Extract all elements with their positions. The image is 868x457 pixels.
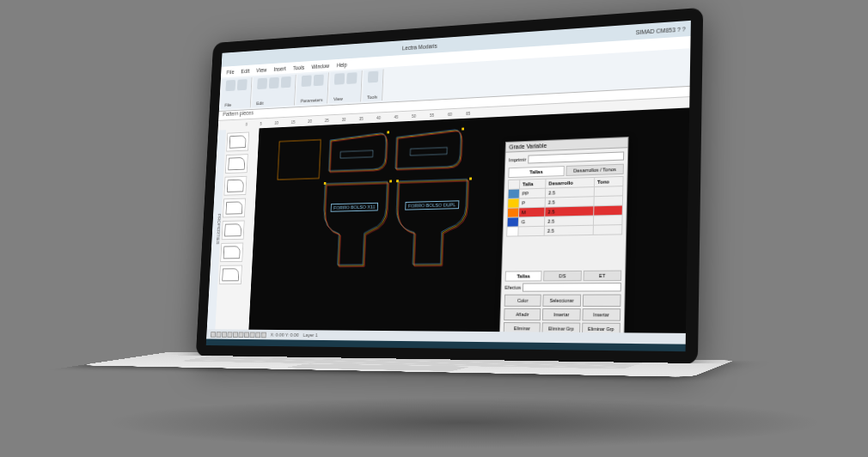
- select-button[interactable]: Seleccionar: [543, 295, 581, 307]
- mid-tab[interactable]: ET: [583, 271, 621, 282]
- table-row[interactable]: P2.5: [508, 196, 623, 208]
- delete-group-button[interactable]: Eliminar Grp: [542, 322, 580, 335]
- statusbar: X: 0.00 Y: 0.00 Layer 1: [206, 329, 686, 351]
- delete-group-button[interactable]: Eliminar Grp: [582, 323, 620, 336]
- grade-handle[interactable]: [387, 131, 389, 134]
- table-row[interactable]: 2.5: [507, 225, 622, 237]
- color-swatches[interactable]: [211, 332, 266, 338]
- pattern-piece[interactable]: [394, 129, 463, 176]
- ruler-mark: 35: [359, 116, 364, 121]
- grade-variable-dialog[interactable]: Grade Variable Imprimir Tallas Desarroll…: [499, 137, 629, 340]
- grade-handle[interactable]: [324, 182, 327, 185]
- tone-cell[interactable]: [594, 186, 623, 197]
- ruler-mark: 50: [412, 113, 416, 119]
- tool-icon[interactable]: [368, 71, 379, 83]
- tool-icon[interactable]: [346, 72, 357, 84]
- grade-handle[interactable]: [396, 180, 399, 182]
- ribbon-group-label: Parameters: [301, 97, 323, 103]
- pattern-piece[interactable]: [327, 131, 388, 178]
- app-window: Lectra Modaris SIMAD CM853 ? ? File Edit…: [206, 21, 691, 351]
- menu-item[interactable]: Help: [337, 62, 347, 68]
- delete-button[interactable]: Eliminar: [504, 322, 541, 335]
- tool-icon[interactable]: [314, 75, 324, 87]
- ribbon-group-label: File: [224, 101, 246, 107]
- piece-thumbnail[interactable]: [223, 176, 247, 196]
- table-row[interactable]: G2.5: [507, 215, 622, 227]
- piece-thumbnail[interactable]: [225, 154, 248, 174]
- grade-handle[interactable]: [389, 180, 392, 183]
- col-color: [508, 180, 519, 189]
- piece-label: FORRO BOLSO X11: [331, 203, 379, 212]
- empty-button[interactable]: [582, 295, 620, 308]
- menu-item[interactable]: View: [256, 67, 266, 73]
- tone-cell[interactable]: [594, 205, 623, 216]
- tab-sizes[interactable]: Tallas: [508, 166, 565, 178]
- piece-thumbnail[interactable]: [223, 198, 246, 218]
- ruler-mark: 25: [325, 118, 329, 123]
- menu-item[interactable]: Tools: [293, 64, 305, 70]
- ruler-mark: 45: [394, 114, 398, 119]
- color-swatch: [507, 217, 518, 227]
- tone-cell[interactable]: [593, 225, 622, 235]
- mid-tab[interactable]: Tallas: [505, 271, 542, 281]
- size-cell[interactable]: PP: [519, 188, 546, 198]
- tool-icon[interactable]: [281, 76, 291, 88]
- piece-thumbnail[interactable]: [222, 221, 245, 241]
- piece-thumbnail[interactable]: [226, 132, 249, 152]
- dev-cell[interactable]: 2.5: [545, 216, 594, 226]
- pattern-piece[interactable]: FORRO BOLSO X11: [321, 180, 391, 271]
- pattern-piece[interactable]: FORRO BOLSO DUPL: [394, 179, 471, 271]
- dev-cell[interactable]: 2.5: [545, 197, 594, 208]
- insert-button[interactable]: Insertar: [582, 308, 620, 321]
- insert-button[interactable]: Insertar: [542, 308, 580, 321]
- color-swatch: [507, 227, 518, 236]
- canvas-viewport[interactable]: FORRO BOLSO X11 FORRO BOLSO DUPL Grade V…: [248, 107, 689, 333]
- svg-rect-0: [278, 140, 321, 180]
- table-row[interactable]: PP2.5: [508, 186, 623, 199]
- menu-item[interactable]: File: [226, 69, 234, 75]
- titlebar-center: Lectra Modaris: [402, 43, 437, 51]
- ruler-mark: 15: [291, 119, 296, 125]
- grade-handle[interactable]: [462, 128, 464, 131]
- tab-developments[interactable]: Desarrollos / Tonos: [565, 164, 623, 176]
- dev-cell[interactable]: 2.5: [546, 187, 595, 198]
- add-button[interactable]: Añadir: [504, 308, 541, 320]
- tone-cell[interactable]: [593, 215, 622, 225]
- tool-icon[interactable]: [334, 73, 345, 85]
- filter-label: Imprimir: [509, 157, 526, 163]
- size-cell[interactable]: [518, 226, 545, 236]
- tool-icon[interactable]: [237, 79, 248, 90]
- menu-item[interactable]: Insert: [273, 65, 286, 71]
- mid-tab[interactable]: DS: [543, 271, 581, 281]
- sizes-table: Talla Desarrollo Tono PP2.5P2.5M2.5G2.52…: [506, 176, 623, 237]
- piece-label: FORRO BOLSO DUPL: [405, 200, 459, 210]
- size-cell[interactable]: P: [519, 198, 546, 208]
- ruler-mark: 55: [430, 113, 434, 118]
- effects-input[interactable]: [523, 283, 621, 292]
- size-cell[interactable]: M: [518, 207, 545, 217]
- filter-input[interactable]: [528, 151, 624, 163]
- dev-cell[interactable]: 2.5: [545, 206, 594, 216]
- ruler-mark: 30: [342, 117, 346, 122]
- ribbon-group: Parameters: [296, 72, 329, 105]
- tool-icon[interactable]: [302, 75, 312, 87]
- color-button[interactable]: Color: [504, 295, 541, 307]
- document-tab[interactable]: Pattern pieces: [223, 110, 254, 117]
- svg-rect-2: [410, 148, 447, 155]
- tool-icon[interactable]: [269, 77, 279, 88]
- tool-icon[interactable]: [257, 78, 267, 89]
- dialog-titlebar[interactable]: Grade Variable: [506, 137, 628, 153]
- piece-thumbnail[interactable]: [220, 242, 243, 262]
- table-row[interactable]: M2.5: [507, 205, 622, 217]
- selection-bounds: [278, 140, 322, 185]
- piece-thumbnail[interactable]: [219, 265, 242, 285]
- grade-handle[interactable]: [469, 178, 472, 180]
- svg-rect-1: [340, 150, 373, 158]
- tone-cell[interactable]: [594, 196, 623, 206]
- size-cell[interactable]: G: [518, 216, 545, 227]
- ruler-mark: 0: [246, 122, 248, 127]
- menu-item[interactable]: Edit: [241, 68, 249, 74]
- tool-icon[interactable]: [225, 80, 235, 91]
- dev-cell[interactable]: 2.5: [544, 225, 593, 235]
- menu-item[interactable]: Window: [311, 63, 329, 70]
